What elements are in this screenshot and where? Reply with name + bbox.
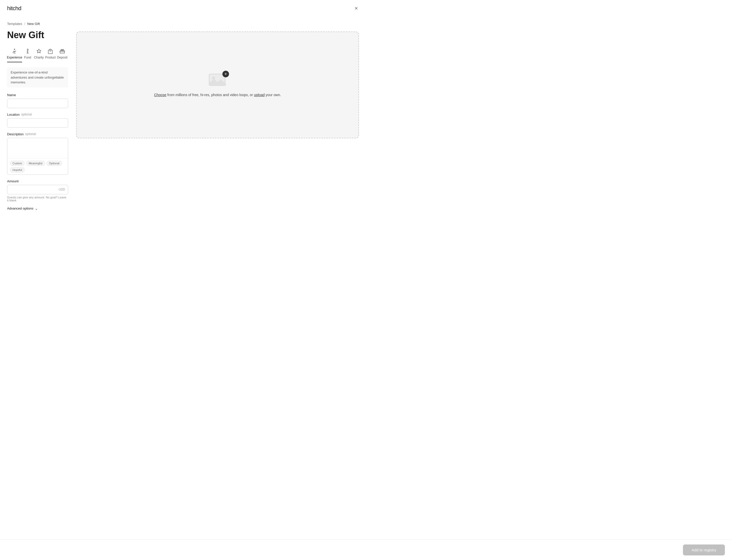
name-group: Name	[7, 93, 68, 108]
advanced-options-label: Advanced options	[7, 207, 33, 210]
svg-rect-5	[60, 51, 65, 53]
tab-experience[interactable]: Experience	[7, 47, 22, 62]
name-input[interactable]	[7, 99, 68, 108]
svg-point-11	[212, 77, 215, 80]
tab-fund[interactable]: Fund	[22, 47, 33, 62]
advanced-options[interactable]: Advanced options ⌄	[7, 207, 68, 211]
location-optional: optional	[21, 113, 32, 116]
image-upload-area[interactable]: + Choose from millions of free, hi-res, …	[76, 32, 359, 138]
tab-product[interactable]: Product	[44, 47, 56, 62]
svg-rect-3	[48, 50, 52, 54]
left-panel: Templates / New Gift New Gift Expe	[7, 17, 68, 211]
gift-type-tabs: Experience Fund	[7, 47, 68, 62]
deposit-icon	[59, 48, 66, 54]
location-group: Location optional	[7, 113, 68, 128]
chevron-down-icon: ⌄	[35, 207, 38, 211]
choose-link[interactable]: Choose	[154, 93, 166, 97]
close-button[interactable]: ×	[354, 5, 359, 12]
suggestion-tag-0[interactable]: Custom	[10, 161, 25, 166]
upload-link[interactable]: upload	[254, 93, 265, 97]
main-content: Templates / New Gift New Gift Expe	[0, 17, 366, 211]
charity-icon	[35, 48, 42, 54]
tab-description: Experience one-of-a-kind adventures and …	[7, 67, 68, 87]
amount-group: Amount USD Guests can give any amount. N…	[7, 179, 68, 202]
amount-label: Amount	[7, 179, 68, 183]
experience-icon	[11, 48, 18, 54]
svg-rect-6	[61, 50, 62, 51]
breadcrumb-separator: /	[24, 22, 25, 26]
breadcrumb-parent[interactable]: Templates	[7, 22, 22, 26]
svg-rect-7	[63, 50, 64, 51]
page-title: New Gift	[7, 30, 68, 40]
location-input[interactable]	[7, 118, 68, 128]
svg-point-0	[14, 49, 15, 50]
suggestion-tags: Custom Meaningful Optional Hopeful	[7, 158, 68, 174]
suggestion-tag-2[interactable]: Optional	[47, 161, 62, 166]
description-optional: optional	[25, 132, 36, 136]
product-icon	[47, 48, 54, 54]
name-label: Name	[7, 93, 68, 97]
tab-charity-label: Charity	[34, 56, 44, 59]
amount-currency: USD	[59, 188, 65, 191]
app-logo: hitchd	[7, 5, 21, 12]
description-wrapper: Custom Meaningful Optional Hopeful	[7, 138, 68, 175]
description-group: Description optional Custom Meaningful O…	[7, 132, 68, 175]
suggestion-tag-1[interactable]: Meaningful	[26, 161, 45, 166]
suggestion-tag-3[interactable]: Hopeful	[10, 167, 25, 172]
image-upload-icon-wrap: +	[209, 72, 227, 88]
description-input[interactable]	[7, 138, 68, 158]
fund-icon	[24, 48, 31, 54]
amount-hint: Guests can give any amount. No goal? Lea…	[7, 196, 68, 202]
svg-marker-2	[37, 49, 41, 53]
breadcrumb: Templates / New Gift	[7, 17, 68, 26]
tab-experience-label: Experience	[7, 56, 22, 59]
right-panel: + Choose from millions of free, hi-res, …	[76, 17, 359, 211]
tab-deposit[interactable]: Deposit	[56, 47, 68, 62]
amount-input-wrapper: USD	[7, 185, 68, 194]
tab-fund-label: Fund	[24, 56, 31, 59]
plus-badge: +	[222, 71, 229, 77]
tab-deposit-label: Deposit	[57, 56, 68, 59]
breadcrumb-current: New Gift	[27, 22, 40, 26]
description-label: Description optional	[7, 132, 68, 136]
tab-product-label: Product	[45, 56, 56, 59]
header: hitchd ×	[0, 0, 366, 17]
image-upload-text: Choose from millions of free, hi-res, ph…	[154, 92, 281, 98]
tab-charity[interactable]: Charity	[33, 47, 44, 62]
location-label: Location optional	[7, 113, 68, 116]
